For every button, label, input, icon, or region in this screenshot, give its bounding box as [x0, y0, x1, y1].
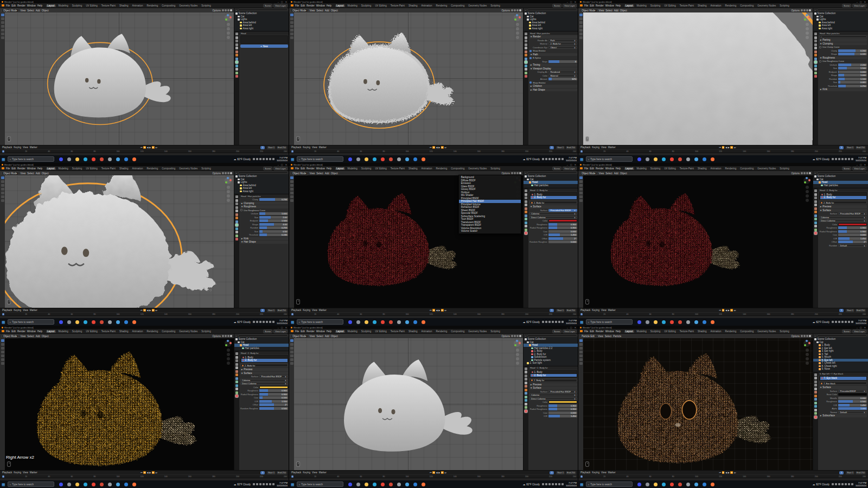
start-button[interactable]: ▦	[2, 483, 5, 486]
prop-tab-physics[interactable]	[235, 227, 238, 230]
playback-button[interactable]: ▶	[438, 309, 440, 312]
prop-tab-view-layer[interactable]	[235, 206, 238, 209]
tab-geometry-nodes[interactable]: Geometry Nodes	[178, 4, 199, 7]
solid-shading-icon[interactable]	[803, 9, 806, 11]
wireframe-shading-icon[interactable]	[222, 9, 224, 11]
prop-tab-particles[interactable]	[235, 61, 238, 64]
menu-window[interactable]: Window	[605, 4, 614, 7]
playback-button[interactable]: ⏪	[432, 309, 435, 312]
playback-button[interactable]: ⏮	[719, 471, 721, 474]
window-minimize-button[interactable]: –	[277, 1, 279, 3]
slider-metallic[interactable]: 0.000	[838, 397, 867, 400]
start-button[interactable]: ▦	[291, 483, 295, 486]
viewport-menu-add[interactable]: Add	[325, 9, 329, 12]
panel-header-surface[interactable]: ▾Surface	[529, 386, 577, 390]
chevron-up-icon[interactable]	[832, 158, 834, 160]
tab-scripting[interactable]: Scripting	[489, 330, 501, 333]
menu-help[interactable]: Help	[616, 167, 621, 170]
menu-window[interactable]: Window	[605, 330, 614, 333]
prop-tab-modifiers[interactable]	[814, 214, 817, 217]
prop-tab-render[interactable]	[235, 36, 238, 39]
start-button[interactable]: ▦	[580, 157, 584, 161]
tab-modeling[interactable]: Modeling	[636, 4, 648, 7]
mode-selector[interactable]: Object Mode	[2, 334, 19, 338]
slider-ior[interactable]: 1.450	[838, 237, 867, 240]
menu-file[interactable]: File	[6, 4, 10, 7]
window-close-button[interactable]: ✕	[285, 1, 288, 3]
tab-animation[interactable]: Animation	[131, 167, 144, 170]
shield-icon[interactable]	[259, 321, 261, 323]
panel-header-kink[interactable]: ▸Kink	[240, 237, 288, 240]
tab-scripting[interactable]: Scripting	[778, 330, 790, 333]
firefox-icon[interactable]	[132, 483, 136, 486]
window-close-button[interactable]: ✕	[864, 163, 866, 166]
prop-tab-render[interactable]	[235, 199, 238, 202]
tab-modeling[interactable]: Modeling	[58, 330, 69, 333]
cursor-tool-button[interactable]	[290, 343, 293, 346]
taskbar-search[interactable]: ⌕Type here to search	[297, 156, 343, 162]
timeline-menu-marker[interactable]: Marker	[30, 146, 37, 149]
window-minimize-button[interactable]: –	[856, 163, 858, 166]
axis-y-handle[interactable]	[225, 18, 227, 21]
viewport-menu-view[interactable]: View	[310, 335, 315, 338]
rotate-tool-button[interactable]	[290, 351, 293, 353]
outliner-filter-icon[interactable]: ⌄	[814, 334, 816, 337]
axis-x-handle[interactable]	[808, 342, 810, 344]
tab-texture-paint[interactable]: Texture Paint	[100, 4, 117, 7]
transform-tool-button[interactable]	[1, 33, 4, 35]
window-minimize-button[interactable]: –	[566, 326, 569, 329]
slider-threshold[interactable]: 0.250	[838, 85, 867, 87]
nav-gizmo[interactable]	[514, 14, 521, 21]
options-menu[interactable]: Options	[212, 335, 221, 338]
panel-header-clumping[interactable]: ▸Clumping	[240, 202, 288, 205]
menu-file[interactable]: File	[6, 167, 10, 170]
viewport-menu-add[interactable]: Add	[36, 172, 40, 175]
view-layer-selector[interactable]: View Layer	[852, 167, 866, 170]
window-maximize-button[interactable]: ▢	[280, 163, 284, 166]
annotate-tool-button[interactable]	[290, 199, 293, 202]
viewport-menu-select[interactable]: Select	[316, 9, 323, 12]
tab-scripting[interactable]: Scripting	[200, 4, 212, 7]
playback-button[interactable]: ⏭	[444, 309, 446, 312]
prop-tab-scene[interactable]	[235, 47, 238, 49]
slider-roughness[interactable]: 0.300	[548, 223, 577, 226]
playback-button[interactable]: ⏪	[432, 146, 435, 149]
prop-tab-world[interactable]	[814, 50, 817, 53]
taskbar-clock[interactable]: 7:07 PM10/22/2024	[856, 319, 866, 325]
cat-model[interactable]	[37, 352, 196, 466]
menu-edit[interactable]: Edit	[590, 4, 594, 7]
prop-tab-view-layer[interactable]	[814, 384, 817, 386]
cursor-tool-button[interactable]	[1, 343, 4, 346]
prop-tab-scene[interactable]	[235, 366, 238, 369]
gmail-icon[interactable]	[678, 157, 682, 161]
tab-rendering[interactable]: Rendering	[435, 167, 448, 170]
wireframe-shading-icon[interactable]	[801, 9, 803, 11]
tab-shading[interactable]: Shading	[697, 167, 708, 170]
tab-scripting[interactable]: Scripting	[200, 330, 212, 333]
start-button[interactable]: ▦	[291, 157, 295, 161]
prop-tab-material[interactable]	[235, 395, 238, 397]
move-tool-button[interactable]	[1, 21, 4, 24]
transform-tool-button[interactable]	[579, 358, 583, 361]
move-tool-button[interactable]	[1, 347, 4, 350]
tab-compositing[interactable]: Compositing	[161, 167, 176, 170]
tab-layout[interactable]: Layout	[624, 330, 634, 333]
prop-tab-render[interactable]	[525, 193, 527, 196]
outliner-filter-icon[interactable]: ⌄	[525, 9, 526, 11]
scale-tool-button[interactable]	[579, 192, 583, 194]
slider-threshold[interactable]: 0.246	[259, 233, 288, 236]
color-swatch-base-color[interactable]	[838, 393, 867, 396]
slider-endpoint[interactable]: 1.500	[259, 219, 288, 222]
onedrive-icon[interactable]	[835, 158, 837, 160]
gmail-icon[interactable]	[100, 483, 104, 486]
select-tool-button[interactable]	[579, 14, 583, 16]
transform-tool-button[interactable]	[579, 195, 583, 198]
timeline-menu-keying[interactable]: Keying	[592, 471, 599, 474]
shield-icon[interactable]	[548, 321, 551, 323]
camera-view-icon[interactable]	[516, 357, 519, 360]
panel-header-clumping[interactable]: ▾Clumping	[819, 42, 867, 46]
prop-tab-modifiers[interactable]	[235, 58, 238, 60]
dropdown-coordinate-sys[interactable]: Object∨	[548, 46, 577, 49]
slider-clump[interactable]: 0.200	[838, 49, 867, 52]
tab-layout[interactable]: Layout	[46, 4, 56, 7]
